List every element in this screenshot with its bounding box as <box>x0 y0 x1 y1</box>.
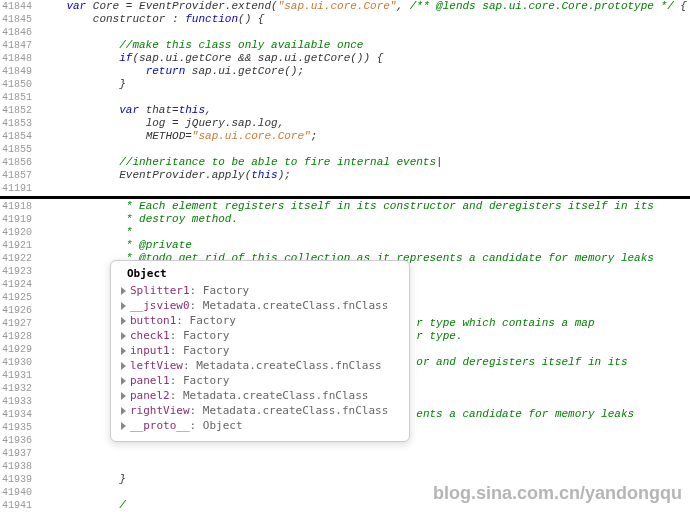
code-content[interactable]: METHOD="sap.ui.core.Core"; <box>40 130 690 143</box>
inspector-property-row[interactable]: panel1: Factory <box>119 373 401 388</box>
line-number: 41848 <box>0 52 40 65</box>
line-number: 41855 <box>0 143 40 156</box>
property-value: : Factory <box>170 344 230 357</box>
line-number: 41927 <box>0 317 40 330</box>
code-content[interactable]: if(sap.ui.getCore && sap.ui.getCore()) { <box>40 52 690 65</box>
inspector-property-row[interactable]: leftView: Metadata.createClass.fnClass <box>119 358 401 373</box>
line-number: 41933 <box>0 395 40 408</box>
inspector-property-row[interactable]: __proto__: Object <box>119 418 401 433</box>
line-number: 41851 <box>0 91 40 104</box>
code-content[interactable] <box>40 143 690 156</box>
code-line[interactable]: 41844 var Core = EventProvider.extend("s… <box>0 0 690 13</box>
inspector-property-row[interactable]: input1: Factory <box>119 343 401 358</box>
watermark-text: blog.sina.com.cn/yandongqu <box>433 483 682 504</box>
property-value: : Metadata.createClass.fnClass <box>190 404 389 417</box>
property-key: __jsview0 <box>130 299 190 312</box>
line-number: 41845 <box>0 13 40 26</box>
expand-triangle-icon[interactable] <box>121 407 126 415</box>
expand-triangle-icon[interactable] <box>121 377 126 385</box>
code-content[interactable]: var that=this, <box>40 104 690 117</box>
fold-divider <box>0 196 690 199</box>
property-value: : Factory <box>170 329 230 342</box>
expand-triangle-icon[interactable] <box>121 422 126 430</box>
code-content[interactable]: return sap.ui.getCore(); <box>40 65 690 78</box>
line-number: 41938 <box>0 460 40 473</box>
code-line[interactable]: 41854 METHOD="sap.ui.core.Core"; <box>0 130 690 143</box>
fold-gap-line: 41191 <box>0 182 690 195</box>
code-content[interactable]: EventProvider.apply(this); <box>40 169 690 182</box>
line-number: 41934 <box>0 408 40 421</box>
code-content[interactable]: constructor : function() { <box>40 13 690 26</box>
code-content[interactable] <box>40 91 690 104</box>
code-content[interactable]: * @private <box>40 239 690 252</box>
code-line[interactable]: 41937 <box>0 447 690 460</box>
code-line[interactable]: 41853 log = jQuery.sap.log, <box>0 117 690 130</box>
expand-triangle-icon[interactable] <box>121 347 126 355</box>
code-content[interactable]: //make this class only available once <box>40 39 690 52</box>
code-line[interactable]: 41849 return sap.ui.getCore(); <box>0 65 690 78</box>
property-key: __proto__ <box>130 419 190 432</box>
line-number: 41850 <box>0 78 40 91</box>
line-number: 41939 <box>0 473 40 486</box>
property-value: : Factory <box>176 314 236 327</box>
code-line[interactable]: 41856 //inheritance to be able to fire i… <box>0 156 690 169</box>
expand-triangle-icon[interactable] <box>121 362 126 370</box>
code-line[interactable]: 41845 constructor : function() { <box>0 13 690 26</box>
line-number: 41849 <box>0 65 40 78</box>
inspector-property-row[interactable]: panel2: Metadata.createClass.fnClass <box>119 388 401 403</box>
code-content[interactable] <box>40 447 690 460</box>
expand-triangle-icon[interactable] <box>121 287 126 295</box>
line-number: 41857 <box>0 169 40 182</box>
code-content[interactable]: * Each element registers itself in its c… <box>40 200 690 213</box>
code-line[interactable]: 41851 <box>0 91 690 104</box>
inspector-property-row[interactable]: __jsview0: Metadata.createClass.fnClass <box>119 298 401 313</box>
code-line[interactable]: 41919 * destroy method. <box>0 213 690 226</box>
expand-triangle-icon[interactable] <box>121 317 126 325</box>
inspector-property-row[interactable]: check1: Factory <box>119 328 401 343</box>
code-line[interactable]: 41848 if(sap.ui.getCore && sap.ui.getCor… <box>0 52 690 65</box>
inspector-property-row[interactable]: rightView: Metadata.createClass.fnClass <box>119 403 401 418</box>
line-number: 41936 <box>0 434 40 447</box>
code-line[interactable]: 41852 var that=this, <box>0 104 690 117</box>
property-value: : Metadata.createClass.fnClass <box>170 389 369 402</box>
code-line[interactable]: 41847 //make this class only available o… <box>0 39 690 52</box>
line-number: 41921 <box>0 239 40 252</box>
property-key: panel2 <box>130 389 170 402</box>
line-number: 41844 <box>0 0 40 13</box>
line-number: 41926 <box>0 304 40 317</box>
property-value: : Metadata.createClass.fnClass <box>183 359 382 372</box>
code-line[interactable]: 41921 * @private <box>0 239 690 252</box>
line-number: 41932 <box>0 382 40 395</box>
code-line[interactable]: 41920 * <box>0 226 690 239</box>
code-content[interactable] <box>40 26 690 39</box>
line-number: 41931 <box>0 369 40 382</box>
line-number: 41937 <box>0 447 40 460</box>
property-value: : Factory <box>170 374 230 387</box>
code-content[interactable]: * destroy method. <box>40 213 690 226</box>
property-value: : Object <box>190 419 243 432</box>
code-content[interactable]: * <box>40 226 690 239</box>
line-number: 41922 <box>0 252 40 265</box>
code-line[interactable]: 41850 } <box>0 78 690 91</box>
property-key: check1 <box>130 329 170 342</box>
object-inspector-tooltip[interactable]: Object Splitter1: Factory__jsview0: Meta… <box>110 260 410 442</box>
tooltip-title: Object <box>119 267 401 280</box>
inspector-property-row[interactable]: button1: Factory <box>119 313 401 328</box>
code-content[interactable]: //inheritance to be able to fire interna… <box>40 156 690 169</box>
code-line[interactable]: 41855 <box>0 143 690 156</box>
line-number: 41918 <box>0 200 40 213</box>
code-content[interactable]: } <box>40 78 690 91</box>
property-key: leftView <box>130 359 183 372</box>
expand-triangle-icon[interactable] <box>121 302 126 310</box>
code-line[interactable]: 41918 * Each element registers itself in… <box>0 200 690 213</box>
code-content[interactable]: log = jQuery.sap.log, <box>40 117 690 130</box>
code-content[interactable]: var Core = EventProvider.extend("sap.ui.… <box>40 0 690 13</box>
code-content[interactable] <box>40 460 690 473</box>
code-line[interactable]: 41857 EventProvider.apply(this); <box>0 169 690 182</box>
code-line[interactable]: 41938 <box>0 460 690 473</box>
inspector-property-row[interactable]: Splitter1: Factory <box>119 283 401 298</box>
expand-triangle-icon[interactable] <box>121 392 126 400</box>
property-key: input1 <box>130 344 170 357</box>
code-line[interactable]: 41846 <box>0 26 690 39</box>
expand-triangle-icon[interactable] <box>121 332 126 340</box>
